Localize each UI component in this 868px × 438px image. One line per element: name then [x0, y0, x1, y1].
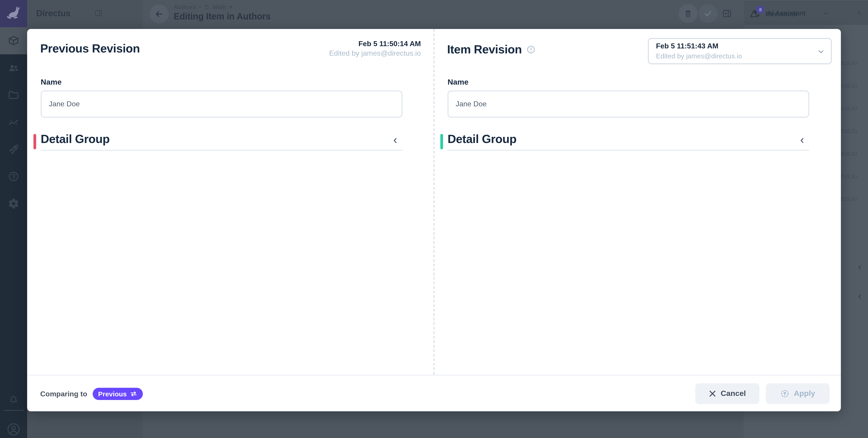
- breadcrumb: Authors • Main: [174, 4, 233, 10]
- user-avatar[interactable]: [0, 416, 27, 438]
- insights-icon: [8, 116, 20, 128]
- revision-list-item[interactable]: tus.io: [841, 172, 857, 180]
- trash-icon: [684, 9, 692, 18]
- revision-list-item[interactable]: tus.io: [841, 149, 857, 157]
- right-panel-icon: [721, 8, 733, 19]
- module-marketplace[interactable]: [0, 136, 27, 163]
- revision-list-item[interactable]: tus.io: [841, 195, 857, 202]
- section-chevron-left-icon[interactable]: [856, 293, 864, 300]
- apply-button[interactable]: Apply: [766, 383, 830, 404]
- revision-list-item[interactable]: tus.io: [841, 82, 857, 89]
- rocket-icon: [8, 143, 20, 155]
- revision-list-item[interactable]: tus.io: [841, 104, 857, 112]
- cancel-label: Cancel: [721, 389, 746, 398]
- apply-icon: [780, 389, 789, 398]
- name-input[interactable]: [447, 90, 809, 118]
- module-users[interactable]: [0, 54, 27, 82]
- name-label: Name: [447, 78, 469, 87]
- detail-group-accent: [440, 134, 443, 149]
- revision-select-dropdown[interactable]: Feb 5 11:51:43 AM Edited by james@direct…: [648, 38, 832, 64]
- notifications-button[interactable]: [0, 386, 27, 414]
- name-label: Name: [41, 78, 62, 87]
- check-icon: [703, 8, 713, 19]
- rabbit-logo-icon: [5, 5, 22, 22]
- chevron-down-icon: [817, 48, 825, 56]
- apply-label: Apply: [794, 389, 815, 398]
- revisions-label: Revisions: [765, 0, 798, 27]
- modulebar-divider: [4, 410, 24, 411]
- version-caret-icon[interactable]: [229, 6, 233, 8]
- save-button[interactable]: [699, 4, 717, 23]
- ai-collapse-chevron-icon[interactable]: [856, 9, 863, 16]
- detail-group-title: Detail Group: [447, 132, 517, 146]
- detail-group-title: Detail Group: [41, 132, 110, 146]
- close-icon: [709, 390, 716, 397]
- sidebar-toggle-button[interactable]: [721, 8, 733, 19]
- info-icon: [526, 45, 536, 54]
- detail-group-accent: [33, 134, 36, 149]
- revision-compare-modal: Previous Revision Feb 5 11:50:14 AM Edit…: [27, 29, 841, 411]
- breadcrumb-collection[interactable]: Authors: [174, 4, 196, 10]
- back-button[interactable]: [150, 4, 168, 24]
- directus-logo[interactable]: [0, 0, 27, 27]
- previous-revision-meta: Feb 5 11:50:14 AM Edited by james@direct…: [329, 39, 421, 58]
- detail-group-collapse-icon[interactable]: [392, 137, 399, 144]
- revision-list-item[interactable]: tus.io: [841, 127, 857, 135]
- detail-group-divider: [447, 150, 809, 151]
- help-icon: [8, 171, 20, 182]
- detail-group-divider: [41, 150, 402, 151]
- module-help[interactable]: [0, 163, 27, 190]
- project-name: Directus: [36, 0, 70, 27]
- app-window: Directus Authors • Main Editing Item in …: [0, 0, 868, 438]
- revisions-section-header[interactable]: 8 Revisions: [744, 0, 868, 27]
- revisions-collapse-icon[interactable]: [822, 10, 830, 17]
- gear-icon: [8, 198, 20, 209]
- folder-icon: [8, 89, 20, 101]
- selected-revision-edited-by: Edited by james@directus.io: [656, 52, 742, 60]
- selected-revision-timestamp: Feb 5 11:51:43 AM: [656, 42, 718, 50]
- revisions-count-badge: 8: [756, 5, 765, 13]
- swap-icon: [130, 391, 138, 397]
- breadcrumb-version[interactable]: Main: [213, 4, 226, 10]
- bell-icon: [8, 395, 19, 405]
- section-chevron-left-icon[interactable]: [856, 264, 864, 271]
- module-bar: [0, 0, 27, 438]
- avatar-icon: [6, 422, 21, 437]
- previous-revision-timestamp: Feb 5 11:50:14 AM: [329, 39, 421, 49]
- item-revision-panel: Item Revision Feb 5 11:51:43 AM Edited b…: [434, 29, 841, 375]
- cancel-button[interactable]: Cancel: [695, 383, 760, 404]
- nav-collapse-icon[interactable]: [94, 8, 103, 18]
- module-insights[interactable]: [0, 109, 27, 136]
- compare-target-label: Previous: [98, 390, 127, 398]
- breadcrumb-separator: •: [199, 4, 201, 10]
- box-icon: [8, 35, 20, 47]
- detail-group-collapse-icon[interactable]: [798, 137, 806, 144]
- module-settings[interactable]: [0, 190, 27, 217]
- modal-footer: Comparing to Previous Cancel Apply: [27, 375, 841, 411]
- comparing-to-label: Comparing to: [40, 390, 87, 398]
- compare-target-button[interactable]: Previous: [93, 388, 143, 400]
- module-content[interactable]: [0, 27, 27, 54]
- page-title: Editing Item in Authors: [174, 11, 271, 22]
- users-icon: [8, 62, 20, 74]
- name-input[interactable]: [41, 90, 402, 118]
- version-icon: [204, 4, 210, 10]
- item-revision-title: Item Revision: [447, 42, 522, 57]
- previous-revision-title: Previous Revision: [40, 41, 140, 56]
- previous-revision-panel: Previous Revision Feb 5 11:50:14 AM Edit…: [27, 29, 434, 375]
- module-files[interactable]: [0, 82, 27, 109]
- revision-list-item[interactable]: tus.io: [841, 59, 857, 66]
- delete-item-button[interactable]: [679, 4, 698, 23]
- previous-revision-edited-by: Edited by james@directus.io: [329, 49, 421, 58]
